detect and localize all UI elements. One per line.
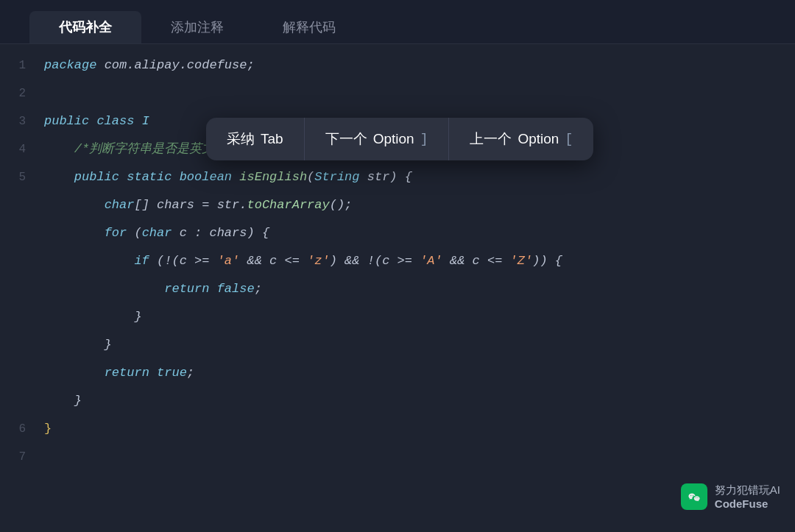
- code-line-10: }: [0, 303, 795, 331]
- code-line-7: for (char c : chars) {: [0, 219, 795, 247]
- code-line-1: 1 package com.alipay.codefuse;: [0, 52, 795, 79]
- shortcut-accept[interactable]: 采纳 Tab: [206, 118, 305, 160]
- code-line-14: 6 }: [0, 415, 795, 443]
- code-editor: 1 package com.alipay.codefuse; 2 3 publi…: [0, 44, 795, 532]
- code-line-13: }: [0, 387, 795, 415]
- tab-explain-code[interactable]: 解释代码: [253, 11, 365, 43]
- tab-add-comment[interactable]: 添加注释: [141, 11, 253, 43]
- code-line-11: }: [0, 331, 795, 359]
- watermark: 努力犯错玩AI CodeFuse: [681, 483, 780, 510]
- tab-code-complete[interactable]: 代码补全: [29, 11, 141, 43]
- code-line-9: return false;: [0, 275, 795, 303]
- shortcut-prev[interactable]: 上一个 Option [: [449, 118, 593, 160]
- shortcut-popup: 采纳 Tab 下一个 Option ] 上一个 Option [: [206, 118, 593, 160]
- code-line-15: 7: [0, 443, 795, 471]
- shortcut-next[interactable]: 下一个 Option ]: [305, 118, 450, 160]
- code-line-5: 5 public static boolean isEnglish(String…: [0, 163, 795, 191]
- watermark-text: 努力犯错玩AI CodeFuse: [715, 483, 780, 510]
- code-line-6: char[] chars = str.toCharArray();: [0, 191, 795, 219]
- code-line-12: return true;: [0, 359, 795, 387]
- code-line-2: 2: [0, 79, 795, 107]
- code-line-8: if (!(c >= 'a' && c <= 'z') && !(c >= 'A…: [0, 247, 795, 275]
- tab-bar: 代码补全 添加注释 解释代码: [0, 0, 795, 44]
- wechat-icon: [681, 483, 707, 510]
